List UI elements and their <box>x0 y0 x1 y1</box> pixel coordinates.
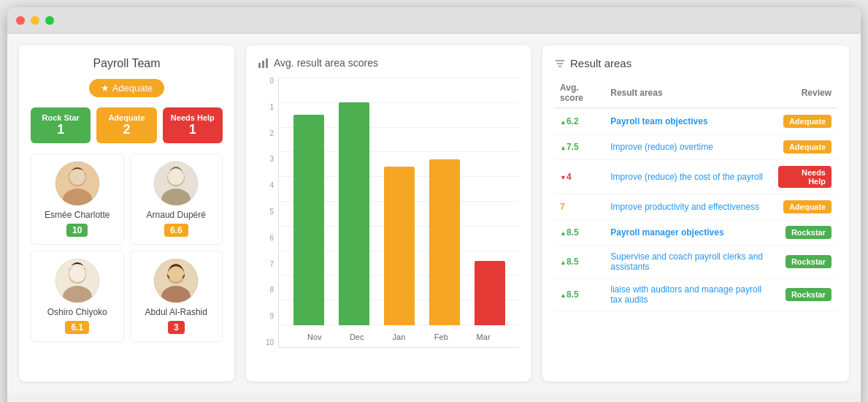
name-oshiro: Oshiro Chiyoko <box>39 307 116 317</box>
x-labels: NovDecJanFebMar <box>279 327 519 347</box>
review-cell: Adequate <box>772 194 837 220</box>
table-row: ▲8.5liaise with auditors and manage payr… <box>554 278 837 311</box>
avatar-arnaud <box>154 162 198 205</box>
chart-panel: Avg. result area scores 10 9 8 7 6 5 4 3… <box>246 45 531 382</box>
score-cell: ▲8.5 <box>554 246 604 278</box>
left-panel: Payroll Team ★ Adequate Rock Star 1 Adeq… <box>19 45 234 382</box>
y-label-9: 9 <box>258 313 274 320</box>
minimize-button[interactable] <box>31 16 39 25</box>
table-row: ▲7.5Improve (reduce) overtimeAdequate <box>554 134 837 160</box>
bar-jan <box>384 77 415 325</box>
review-cell: Rockstar <box>772 278 837 311</box>
rockstar-label: Rock Star <box>37 113 85 122</box>
team-grid: Esmée Charlotte 10 Arnaud Dupéré <box>31 153 223 342</box>
review-badge: Needs Help <box>778 166 831 188</box>
avatar-abdul <box>154 259 198 303</box>
adequate-label: Adequate <box>102 113 150 122</box>
result-table: Avg. score Result areas Review ▲6.2Payro… <box>554 78 837 311</box>
y-label-0: 0 <box>258 77 274 85</box>
area-name-cell: Payroll manager objectives <box>604 220 772 246</box>
adequate-count: 2 <box>102 122 150 137</box>
y-label-3: 3 <box>258 156 274 163</box>
chart-area: 10 9 8 7 6 5 4 3 2 1 0 <box>258 77 519 370</box>
result-panel: Result areas Avg. score Result areas Rev… <box>542 45 849 382</box>
overall-badge-row: ★ Adequate <box>31 79 223 97</box>
member-abdul: Abdul Al-Rashid 3 <box>130 251 223 342</box>
area-name-cell: Improve productivity and effectiveness <box>604 194 772 220</box>
star-icon: ★ <box>101 83 110 94</box>
app-window: Payroll Team ★ Adequate Rock Star 1 Adeq… <box>7 7 861 402</box>
bar-nov <box>293 77 324 325</box>
table-row: 7Improve productivity and effectivenessA… <box>554 194 837 220</box>
area-name: Payroll manager objectives <box>610 227 723 238</box>
y-label-10: 10 <box>258 339 274 346</box>
score-esmee: 10 <box>66 224 88 237</box>
needshelp-label: Needs Help <box>169 113 217 122</box>
overall-badge: ★ Adequate <box>89 79 165 97</box>
area-name-cell: Supervise and coach payroll clerks and a… <box>604 246 772 278</box>
review-badge: Adequate <box>783 140 831 153</box>
bar-feb <box>429 77 460 325</box>
svg-rect-17 <box>262 61 264 68</box>
score-cell: 7 <box>554 194 604 220</box>
y-label-8: 8 <box>258 287 274 294</box>
bar-fill-mar <box>475 261 505 325</box>
needshelp-stat: Needs Help 1 <box>163 107 223 143</box>
bar-fill-feb <box>429 159 460 325</box>
maximize-button[interactable] <box>45 16 54 25</box>
table-row: ▲8.5Supervise and coach payroll clerks a… <box>554 246 837 278</box>
area-name: Improve (reduce) overtime <box>610 142 713 152</box>
main-content: Payroll Team ★ Adequate Rock Star 1 Adeq… <box>7 34 861 393</box>
filter-icon <box>554 58 566 69</box>
review-badge: Rockstar <box>786 255 831 268</box>
svg-rect-18 <box>266 58 268 68</box>
bars-container <box>279 77 519 325</box>
avatar-esmee <box>55 162 99 205</box>
result-areas-label: Result areas <box>570 57 631 69</box>
y-axis-labels: 10 9 8 7 6 5 4 3 2 1 0 <box>258 77 274 348</box>
bar-fill-nov <box>293 115 324 325</box>
review-cell: Adequate <box>772 134 837 160</box>
result-areas-title: Result areas <box>554 57 837 69</box>
area-name: Improve productivity and effectiveness <box>610 202 759 212</box>
area-name: Payroll team objectives <box>610 116 707 126</box>
area-name: Improve (reduce) the cost of the payroll <box>610 172 763 182</box>
bar-mar <box>475 77 505 325</box>
bar-fill-dec <box>339 102 369 325</box>
member-oshiro: Oshiro Chiyoko 6.1 <box>31 251 124 342</box>
review-badge: Adequate <box>783 200 831 213</box>
review-cell: Rockstar <box>772 246 837 278</box>
col-result-areas: Result areas <box>604 78 772 108</box>
table-row: ▲8.5Payroll manager objectivesRockstar <box>554 220 837 246</box>
x-label-nov: Nov <box>293 333 336 341</box>
score-cell: ▲8.5 <box>554 278 604 311</box>
name-arnaud: Arnaud Dupéré <box>138 210 215 220</box>
table-row: ▲6.2Payroll team objectivesAdequate <box>554 108 837 134</box>
y-label-7: 7 <box>258 261 274 268</box>
chart-title: Avg. result area scores <box>258 57 519 69</box>
rockstar-count: 1 <box>37 122 85 137</box>
svg-point-7 <box>168 169 184 185</box>
col-avg-score: Avg. score <box>554 78 604 108</box>
score-cell: ▼4 <box>554 160 604 194</box>
score-oshiro: 6.1 <box>65 321 89 334</box>
chart-title-text: Avg. result area scores <box>274 57 378 69</box>
y-label-5: 5 <box>258 208 274 216</box>
svg-point-11 <box>69 266 85 282</box>
overall-badge-label: Adequate <box>112 83 153 94</box>
score-abdul: 3 <box>168 321 185 334</box>
x-label-mar: Mar <box>462 333 504 341</box>
member-esmee: Esmée Charlotte 10 <box>31 153 124 245</box>
svg-rect-16 <box>258 63 261 68</box>
review-cell: Needs Help <box>772 160 837 194</box>
stats-row: Rock Star 1 Adequate 2 Needs Help 1 <box>31 107 223 143</box>
svg-point-3 <box>69 169 85 185</box>
close-button[interactable] <box>16 16 25 25</box>
svg-point-15 <box>168 266 184 282</box>
area-name-cell: Payroll team objectives <box>604 108 772 134</box>
area-name: liaise with auditors and manage payroll … <box>610 284 761 305</box>
area-name-cell: Improve (reduce) the cost of the payroll <box>604 160 772 194</box>
member-arnaud: Arnaud Dupéré 6.6 <box>130 153 223 245</box>
area-name: Supervise and coach payroll clerks and a… <box>610 251 763 272</box>
name-abdul: Abdul Al-Rashid <box>138 307 215 317</box>
